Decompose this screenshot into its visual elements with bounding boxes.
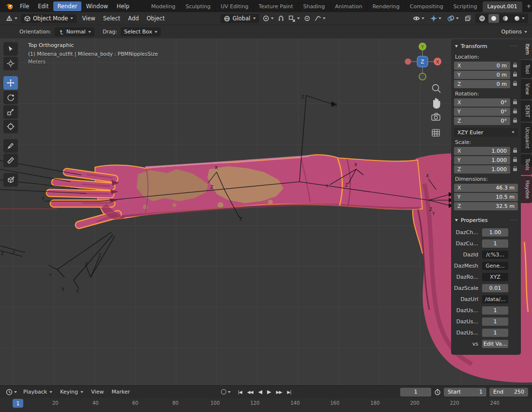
menu-timeline-view[interactable]: View xyxy=(88,387,107,396)
workspace-tab-shading[interactable]: Shading xyxy=(298,1,330,12)
property-field[interactable]: 1.00 xyxy=(482,228,508,237)
overlays-dropdown[interactable] xyxy=(445,14,461,23)
location-z-field[interactable]: Z0 m xyxy=(454,80,510,88)
snapping-dropdown[interactable] xyxy=(286,14,302,23)
property-field[interactable]: 1 xyxy=(482,306,508,315)
lock-icon[interactable] xyxy=(513,120,517,123)
drag-dropdown[interactable]: Select Box xyxy=(121,27,161,36)
property-field[interactable]: 0.01 xyxy=(482,284,508,292)
editor-type-button[interactable] xyxy=(4,14,19,23)
lock-icon[interactable] xyxy=(513,150,517,153)
rotation-z-field[interactable]: Z0° xyxy=(454,117,510,125)
blender-logo-icon[interactable] xyxy=(5,3,14,10)
property-field[interactable]: 1 xyxy=(482,317,508,326)
proportional-editing-toggle[interactable] xyxy=(302,14,313,23)
menu-playback[interactable]: Playback xyxy=(20,387,56,396)
sidebar-tab-sent[interactable]: SENT xyxy=(521,100,532,122)
camera-view-button[interactable] xyxy=(432,113,440,120)
pan-button[interactable] xyxy=(433,98,440,109)
menu-add[interactable]: Add xyxy=(124,14,142,23)
workspace-tab-compositing[interactable]: Compositing xyxy=(405,1,449,12)
lock-icon[interactable] xyxy=(513,111,517,113)
tool-add-cube[interactable] xyxy=(3,173,18,187)
sidebar-tab-haydee[interactable]: Haydee xyxy=(521,176,532,203)
dimensions-y-field[interactable]: Y10.5 m xyxy=(454,193,518,201)
add-workspace-button[interactable]: + xyxy=(523,1,532,12)
tool-annotate[interactable] xyxy=(3,139,18,153)
play-reverse-button[interactable]: ◀ xyxy=(258,389,262,395)
workspace-tab-modeling[interactable]: Modeling xyxy=(146,1,181,12)
object-visibility-dropdown[interactable] xyxy=(411,14,426,23)
tool-cursor[interactable] xyxy=(3,57,18,70)
rotation-y-field[interactable]: Y0° xyxy=(454,108,510,116)
sidebar-tab-tools[interactable]: Tools xyxy=(521,154,532,175)
menu-file[interactable]: File xyxy=(16,1,33,11)
rotation-mode-dropdown[interactable]: XZY Euler xyxy=(454,128,518,137)
scale-y-field[interactable]: Y1.000 xyxy=(454,156,510,164)
snap-toggle-button[interactable] xyxy=(276,14,286,23)
jump-to-start-button[interactable]: |◀ xyxy=(238,390,242,395)
workspace-tab-scripting[interactable]: Scripting xyxy=(449,1,483,12)
menu-help[interactable]: Help xyxy=(112,1,134,11)
shading-material-button[interactable] xyxy=(500,14,511,23)
sidebar-tab-ucupaint[interactable]: Ucupaint xyxy=(521,123,532,153)
scale-x-field[interactable]: X1.000 xyxy=(454,147,510,155)
play-button[interactable]: ▶ xyxy=(267,389,270,395)
zoom-button[interactable] xyxy=(433,85,441,93)
frame-start-field[interactable]: Start1 xyxy=(444,388,486,396)
menu-window[interactable]: Window xyxy=(81,1,112,11)
tool-measure[interactable] xyxy=(3,154,18,167)
lock-icon[interactable] xyxy=(513,159,517,162)
playhead[interactable]: 1 xyxy=(13,399,23,408)
shading-rendered-button[interactable] xyxy=(512,14,527,23)
sidebar-tab-view[interactable]: View xyxy=(521,79,532,99)
timeline-editor-type-button[interactable] xyxy=(4,388,19,396)
menu-edit[interactable]: Edit xyxy=(33,1,53,11)
lock-icon[interactable] xyxy=(513,101,517,104)
navigation-gizmo[interactable]: Y X Z xyxy=(405,43,442,80)
workspace-tab-uv-editing[interactable]: UV Editing xyxy=(216,1,253,12)
current-frame-field[interactable]: 1 xyxy=(400,388,431,396)
gizmo-neg-x-ball[interactable] xyxy=(405,59,411,65)
menu-object[interactable]: Object xyxy=(143,14,169,23)
edit-value-button[interactable]: Edit Va... xyxy=(482,340,508,348)
gizmo-neg-y-ball[interactable] xyxy=(419,73,426,80)
orientation-dropdown[interactable]: Normal xyxy=(55,27,94,36)
gizmos-dropdown[interactable] xyxy=(428,14,443,23)
property-field[interactable]: Gene... xyxy=(482,262,508,270)
lock-icon[interactable] xyxy=(513,168,517,171)
tool-scale[interactable] xyxy=(3,105,18,119)
stopwatch-icon[interactable] xyxy=(434,389,441,396)
tool-select-box[interactable] xyxy=(3,42,18,56)
tool-transform[interactable] xyxy=(3,120,18,133)
property-field[interactable]: /c%3... xyxy=(482,251,508,259)
sidebar-tab-item[interactable]: Item xyxy=(521,39,532,59)
next-keyframe-button[interactable]: ▶▶ xyxy=(276,390,282,395)
pivot-point-dropdown[interactable] xyxy=(261,14,276,23)
workspace-tab-layout-001[interactable]: Layout.001 xyxy=(483,1,523,12)
location-y-field[interactable]: Y0 m xyxy=(454,71,510,79)
rotation-x-field[interactable]: X0° xyxy=(454,98,510,107)
shading-wireframe-button[interactable] xyxy=(477,14,487,23)
workspace-tab-texture-paint[interactable]: Texture Paint xyxy=(254,1,298,12)
tool-rotate[interactable] xyxy=(3,91,18,104)
jump-to-end-button[interactable]: ▶| xyxy=(287,390,291,395)
location-x-field[interactable]: X0 m xyxy=(454,62,510,70)
sidebar-tab-tool[interactable]: Tool xyxy=(521,60,532,78)
tool-move[interactable] xyxy=(3,76,18,90)
toggle-grid-button[interactable] xyxy=(432,129,439,136)
lock-icon[interactable] xyxy=(513,74,517,77)
property-field[interactable]: 1 xyxy=(482,329,508,337)
property-field[interactable]: /data/... xyxy=(482,295,508,303)
lock-icon[interactable] xyxy=(513,64,517,67)
timeline-ruler[interactable]: 1 20 40 60 80 100 120 140 160 180 200 22… xyxy=(0,398,532,412)
menu-marker[interactable]: Marker xyxy=(108,387,133,396)
menu-render[interactable]: Render xyxy=(53,1,82,11)
menu-view[interactable]: View xyxy=(78,14,99,23)
workspace-tab-rendering[interactable]: Rendering xyxy=(368,1,405,12)
panel-grip-icon[interactable]: ···· xyxy=(511,44,518,48)
dimensions-z-field[interactable]: Z32.5 m xyxy=(454,202,518,210)
properties-panel-header[interactable]: Properties ···· xyxy=(454,215,518,225)
frame-end-field[interactable]: End250 xyxy=(489,388,528,396)
lock-icon[interactable] xyxy=(513,83,517,86)
